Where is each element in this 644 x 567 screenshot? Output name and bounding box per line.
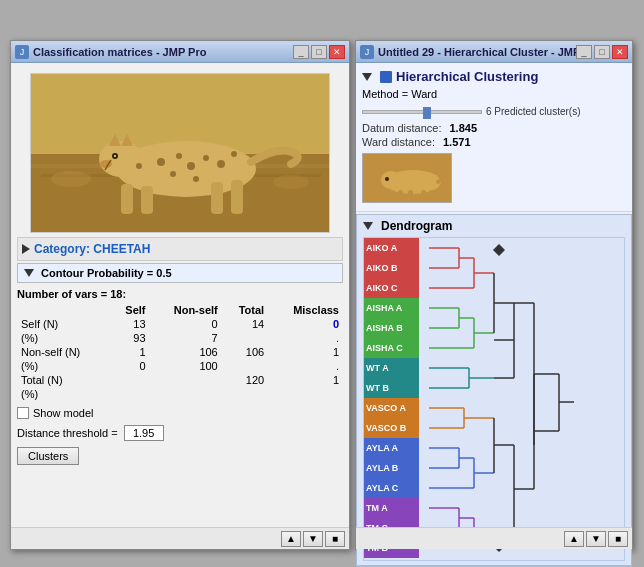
svg-point-16	[176, 153, 182, 159]
method-row: Method = Ward	[362, 86, 626, 102]
datum-dist-row: Datum distance: 1.845	[362, 121, 626, 135]
table-cell	[150, 387, 222, 401]
svg-rect-31	[408, 190, 413, 202]
table-cell: .	[268, 331, 343, 345]
table-cell: 13	[110, 317, 149, 331]
svg-point-22	[217, 160, 225, 168]
left-titlebar-title: Classification matrices - JMP Pro	[33, 46, 293, 58]
right-titlebar-icon: J	[360, 45, 374, 59]
list-item: VASCO A	[364, 398, 419, 418]
category-label: Category: CHEETAH	[34, 240, 150, 258]
dendrogram-container: AIKO AAIKO BAIKO CAISHA AAISHA BAISHA CW…	[363, 237, 625, 561]
thumbnail-svg	[363, 154, 452, 203]
distance-input[interactable]	[124, 425, 164, 441]
contour-label: Contour Probability = 0.5	[41, 267, 172, 279]
table-cell: 14	[222, 317, 268, 331]
left-minimize-button[interactable]: _	[293, 45, 309, 59]
list-item: AISHA B	[364, 318, 419, 338]
slider-row: 6 Predicted cluster(s)	[362, 106, 626, 117]
right-titlebar-buttons: _ □ ✕	[576, 45, 628, 59]
svg-rect-6	[141, 186, 153, 214]
cheetah-svg	[31, 74, 330, 233]
table-cell: .	[268, 359, 343, 373]
table-cell: 1	[268, 345, 343, 359]
table-row: (%)	[17, 387, 343, 401]
ward-dist-label: Ward distance:	[362, 136, 435, 148]
table-cell	[222, 387, 268, 401]
list-item: AIKO A	[364, 238, 419, 258]
show-model-label: Show model	[33, 407, 94, 419]
dendro-tree-area	[419, 238, 624, 560]
table-cell: 1	[268, 373, 343, 387]
svg-point-13	[114, 155, 116, 157]
method-label: Method = Ward	[362, 88, 437, 100]
hier-triangle-icon	[362, 73, 372, 81]
svg-point-19	[170, 171, 176, 177]
left-footer-up-btn[interactable]: ▲	[281, 531, 301, 547]
datum-dist-val: 1.845	[449, 122, 477, 134]
svg-point-29	[385, 177, 389, 181]
svg-rect-32	[421, 190, 426, 202]
left-maximize-button[interactable]: □	[311, 45, 327, 59]
left-window-footer: ▲ ▼ ■	[11, 527, 349, 549]
left-titlebar[interactable]: J Classification matrices - JMP Pro _ □ …	[11, 41, 349, 63]
left-footer-stop-btn[interactable]: ■	[325, 531, 345, 547]
vars-line: Number of vars = 18:	[17, 285, 343, 301]
table-cell: 93	[110, 331, 149, 345]
col-header-empty	[17, 303, 110, 317]
list-item: AIKO B	[364, 258, 419, 278]
table-cell: 106	[150, 345, 222, 359]
svg-point-17	[187, 162, 195, 170]
right-footer-up-btn[interactable]: ▲	[564, 531, 584, 547]
show-model-row: Show model	[17, 403, 343, 423]
right-titlebar[interactable]: J Untitled 29 - Hierarchical Cluster - J…	[356, 41, 632, 63]
table-cell: 7	[150, 331, 222, 345]
right-window-footer: ▲ ▼ ■	[356, 527, 632, 549]
table-cell: 120	[222, 373, 268, 387]
left-footer-down-btn[interactable]: ▼	[303, 531, 323, 547]
ward-dist-val: 1.571	[443, 136, 471, 148]
list-item: AIKO C	[364, 278, 419, 298]
table-cell	[150, 373, 222, 387]
table-cell	[222, 359, 268, 373]
col-header-total: Total	[222, 303, 268, 317]
table-cell: Non-self (N)	[17, 345, 110, 359]
left-close-button[interactable]: ✕	[329, 45, 345, 59]
list-item: AISHA A	[364, 298, 419, 318]
distance-row: Distance threshold =	[17, 423, 343, 443]
right-footer-stop-btn[interactable]: ■	[608, 531, 628, 547]
list-item: VASCO B	[364, 418, 419, 438]
hier-header-section: Hierarchical Clustering Method = Ward 6 …	[356, 63, 632, 212]
right-close-button[interactable]: ✕	[612, 45, 628, 59]
category-section-header[interactable]: Category: CHEETAH	[17, 237, 343, 261]
svg-point-28	[381, 171, 401, 189]
table-cell: Total (N)	[17, 373, 110, 387]
right-maximize-button[interactable]: □	[594, 45, 610, 59]
svg-rect-30	[398, 190, 403, 202]
slider-thumb[interactable]	[423, 107, 431, 119]
matrix-table: Self Non-self Total Misclass Self (N)130…	[17, 303, 343, 401]
clusters-button[interactable]: Clusters	[17, 447, 79, 465]
hier-title: Hierarchical Clustering	[396, 69, 538, 84]
contour-section: Contour Probability = 0.5	[17, 263, 343, 283]
svg-rect-8	[231, 180, 243, 214]
show-model-checkbox[interactable]	[17, 407, 29, 419]
dendro-labels-column: AIKO AAIKO BAIKO CAISHA AAISHA BAISHA CW…	[364, 238, 419, 560]
col-header-misclass: Misclass	[268, 303, 343, 317]
right-minimize-button[interactable]: _	[576, 45, 592, 59]
dendrogram-svg	[419, 238, 579, 558]
cluster-slider[interactable]	[362, 110, 482, 114]
right-footer-down-btn[interactable]: ▼	[586, 531, 606, 547]
diamond-top	[493, 244, 505, 256]
list-item: TM A	[364, 498, 419, 518]
left-titlebar-icon: J	[15, 45, 29, 59]
table-row: Self (N)130140	[17, 317, 343, 331]
table-cell: 1	[110, 345, 149, 359]
svg-point-20	[193, 176, 199, 182]
table-cell: (%)	[17, 359, 110, 373]
col-header-self: Self	[110, 303, 149, 317]
svg-rect-33	[429, 190, 434, 202]
contour-triangle-icon	[24, 269, 34, 277]
list-item: WT A	[364, 358, 419, 378]
dendrogram-section: Dendrogram AIKO AAIKO BAIKO CAISHA AAISH…	[356, 214, 632, 566]
